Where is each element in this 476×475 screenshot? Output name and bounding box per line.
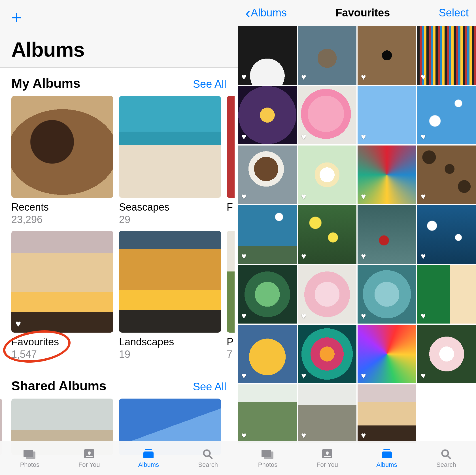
tab-search[interactable]: Search bbox=[178, 441, 238, 475]
album-count: 19 bbox=[119, 348, 221, 360]
section-shared-albums-title: Shared Albums bbox=[11, 378, 107, 393]
svg-rect-13 bbox=[383, 449, 390, 450]
section-my-albums-header: My Albums See All bbox=[0, 68, 238, 96]
albums-header: + Albums bbox=[0, 0, 238, 68]
svg-rect-1 bbox=[26, 452, 35, 459]
empty-cell bbox=[417, 384, 476, 443]
album-tile-favourites[interactable]: ♥ Favourites 1,547 bbox=[11, 231, 113, 360]
favourites-screen: ‹ Albums Favourites Select ♥♥♥♥♥♥♥♥♥♥♥♥♥… bbox=[238, 0, 476, 475]
add-album-button[interactable]: + bbox=[11, 8, 22, 27]
tab-label: Photos bbox=[258, 461, 278, 468]
tab-photos[interactable]: Photos bbox=[0, 441, 60, 475]
back-label: Albums bbox=[251, 7, 287, 19]
photo-thumbnail[interactable]: ♥ bbox=[358, 265, 416, 324]
photo-thumbnail[interactable]: ♥ bbox=[298, 384, 356, 443]
album-count: 29 bbox=[119, 214, 221, 226]
tab-label: Search bbox=[198, 461, 218, 468]
photo-thumbnail[interactable]: ♥ bbox=[298, 325, 356, 383]
photo-thumbnail[interactable]: ♥ bbox=[298, 26, 356, 85]
tab-label: Albums bbox=[138, 461, 159, 468]
for-you-icon bbox=[320, 448, 335, 459]
see-all-my-albums[interactable]: See All bbox=[193, 78, 226, 90]
heart-icon: ♥ bbox=[361, 311, 366, 321]
photo-thumbnail[interactable]: ♥ bbox=[238, 205, 297, 264]
photo-thumbnail[interactable]: ♥ bbox=[238, 146, 297, 204]
photo-thumbnail[interactable]: ♥ bbox=[298, 265, 356, 324]
album-count: 7 bbox=[227, 348, 235, 360]
photos-icon bbox=[260, 448, 275, 459]
photo-thumbnail[interactable]: ♥ bbox=[417, 325, 476, 383]
photo-thumbnail[interactable]: ♥ bbox=[238, 325, 297, 383]
search-icon bbox=[201, 448, 215, 459]
heart-icon: ♥ bbox=[301, 371, 306, 380]
heart-icon: ♥ bbox=[301, 132, 306, 142]
photo-thumbnail[interactable]: ♥ bbox=[358, 26, 416, 85]
album-tile-landscapes[interactable]: Landscapes 19 bbox=[119, 231, 221, 360]
albums-icon bbox=[379, 448, 394, 459]
photo-thumbnail[interactable]: ♥ bbox=[298, 86, 356, 144]
album-name: P bbox=[227, 336, 235, 348]
photo-thumbnail[interactable]: ♥ bbox=[358, 325, 416, 383]
album-tile-peek[interactable]: F bbox=[227, 96, 235, 226]
tab-albums[interactable]: Albums bbox=[119, 441, 178, 475]
section-shared-albums-header: Shared Albums See All bbox=[0, 370, 238, 399]
photo-thumbnail[interactable]: ♥ bbox=[238, 384, 297, 443]
svg-rect-5 bbox=[144, 451, 153, 452]
album-tile-seascapes[interactable]: Seascapes 29 bbox=[119, 96, 221, 226]
chevron-left-icon: ‹ bbox=[245, 6, 250, 20]
albums-screen: + Albums My Albums See All Recents 23,29… bbox=[0, 0, 238, 475]
album-thumbnail bbox=[227, 231, 235, 333]
album-tile-peek[interactable]: P 7 bbox=[227, 231, 235, 360]
svg-rect-6 bbox=[143, 452, 154, 458]
heart-icon: ♥ bbox=[241, 371, 246, 380]
photo-thumbnail[interactable]: ♥ bbox=[417, 26, 476, 85]
tab-search[interactable]: Search bbox=[416, 441, 476, 475]
svg-rect-14 bbox=[382, 451, 391, 452]
album-thumbnail: ♥ bbox=[11, 231, 113, 333]
heart-icon: ♥ bbox=[301, 311, 306, 321]
photo-thumbnail[interactable]: ♥ bbox=[417, 265, 476, 324]
heart-icon: ♥ bbox=[301, 72, 306, 82]
tab-bar: Photos For You Albums Search bbox=[0, 441, 238, 475]
photo-thumbnail[interactable]: ♥ bbox=[358, 384, 416, 443]
album-name: F bbox=[227, 201, 235, 213]
album-name: Favourites bbox=[11, 336, 113, 348]
heart-icon: ♥ bbox=[241, 72, 246, 82]
photo-thumbnail[interactable]: ♥ bbox=[358, 205, 416, 264]
photo-thumbnail[interactable]: ♥ bbox=[238, 265, 297, 324]
see-all-shared-albums[interactable]: See All bbox=[193, 381, 226, 393]
back-button[interactable]: ‹ Albums bbox=[245, 6, 287, 20]
heart-icon: ♥ bbox=[421, 311, 426, 321]
photo-thumbnail[interactable]: ♥ bbox=[298, 146, 356, 204]
svg-rect-15 bbox=[382, 452, 392, 458]
tab-bar: Photos For You Albums Search bbox=[238, 441, 476, 475]
heart-icon: ♥ bbox=[301, 192, 306, 201]
photo-grid: ♥♥♥♥♥♥♥♥♥♥♥♥♥♥♥♥♥♥♥♥♥♥♥♥♥♥♥ bbox=[238, 26, 476, 443]
heart-icon: ♥ bbox=[241, 311, 246, 321]
heart-icon: ♥ bbox=[421, 251, 426, 261]
album-name: Landscapes bbox=[119, 336, 221, 348]
tab-photos[interactable]: Photos bbox=[238, 441, 298, 475]
heart-icon: ♥ bbox=[361, 431, 366, 440]
photo-thumbnail[interactable]: ♥ bbox=[298, 205, 356, 264]
album-thumbnail bbox=[11, 96, 113, 198]
photo-thumbnail[interactable]: ♥ bbox=[238, 26, 297, 85]
photo-thumbnail[interactable]: ♥ bbox=[417, 146, 476, 204]
album-name: Seascapes bbox=[119, 201, 221, 213]
tab-albums[interactable]: Albums bbox=[357, 441, 416, 475]
photo-thumbnail[interactable]: ♥ bbox=[358, 146, 416, 204]
album-count: 23,296 bbox=[11, 214, 113, 226]
tab-for-you[interactable]: For You bbox=[60, 441, 119, 475]
photo-thumbnail[interactable]: ♥ bbox=[358, 86, 416, 144]
select-button[interactable]: Select bbox=[439, 7, 469, 19]
photo-thumbnail[interactable]: ♥ bbox=[238, 86, 297, 144]
for-you-icon bbox=[82, 448, 97, 459]
photo-thumbnail[interactable]: ♥ bbox=[417, 205, 476, 264]
photo-thumbnail[interactable]: ♥ bbox=[417, 86, 476, 144]
svg-rect-12 bbox=[324, 456, 331, 457]
album-tile-recents[interactable]: Recents 23,296 bbox=[11, 96, 113, 226]
heart-icon: ♥ bbox=[241, 251, 246, 261]
tab-for-you[interactable]: For You bbox=[298, 441, 357, 475]
album-row: Recents 23,296 Seascapes 29 F bbox=[0, 96, 238, 226]
heart-icon: ♥ bbox=[241, 132, 246, 142]
